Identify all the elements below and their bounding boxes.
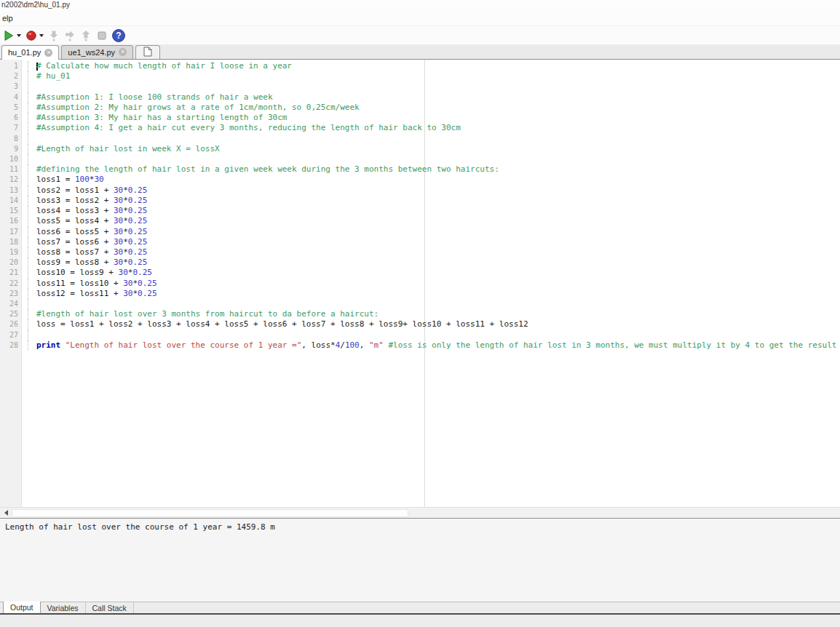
close-icon[interactable]: ×	[44, 49, 52, 57]
arrow-right-icon	[64, 30, 76, 41]
code-line[interactable]: 9#Length of hair lost in week X = lossX	[0, 144, 840, 154]
code-text: #Assumption 1: I loose 100 strands of ha…	[28, 92, 273, 103]
code-line[interactable]: 6#Assumption 3: My hair has a starting l…	[0, 113, 840, 123]
menu-help[interactable]: elp	[0, 10, 15, 25]
status-bar	[0, 615, 840, 627]
code-text	[28, 154, 36, 164]
line-number: 3	[0, 81, 22, 92]
code-text: #Assumption 2: My hair grows at a rate o…	[28, 103, 360, 113]
line-number: 25	[0, 309, 22, 319]
arrow-down-icon	[48, 30, 60, 41]
code-text: loss6 = loss5 + 30*0.25	[28, 227, 147, 237]
output-line: Length of hair lost over the course of 1…	[5, 522, 840, 532]
bottom-tab-variables[interactable]: Variables	[41, 602, 86, 613]
line-number: 10	[0, 154, 22, 164]
menu-bar: elp	[0, 10, 840, 26]
code-line[interactable]: 13loss2 = loss1 + 30*0.25	[0, 185, 840, 196]
dropdown-caret-icon[interactable]	[17, 34, 21, 37]
code-text: loss12 = loss11 + 30*0.25	[28, 289, 157, 299]
code-lines: 1# Calculate how much length of hair I l…	[0, 60, 840, 351]
code-line[interactable]: 15loss4 = loss3 + 30*0.25	[0, 206, 840, 216]
line-number: 7	[0, 123, 22, 133]
line-number: 22	[0, 279, 22, 289]
run-button[interactable]	[1, 28, 23, 44]
record-icon	[25, 30, 37, 41]
code-line[interactable]: 21loss10 = loss9 + 30*0.25	[0, 268, 840, 278]
file-tab-ue1_ws24-py[interactable]: ue1_ws24.py×	[61, 45, 133, 59]
line-number: 24	[0, 299, 22, 309]
code-line[interactable]: 23loss12 = loss11 + 30*0.25	[0, 289, 840, 299]
code-line[interactable]: 11#defining the length of hair lost in a…	[0, 164, 840, 175]
code-text: #Length of hair lost in week X = lossX	[28, 144, 220, 154]
code-line[interactable]: 20loss9 = loss8 + 30*0.25	[0, 257, 840, 268]
code-text: loss5 = loss4 + 30*0.25	[28, 216, 147, 226]
horizontal-scrollbar[interactable]	[0, 507, 840, 518]
code-text	[28, 330, 36, 340]
close-icon[interactable]: ×	[119, 48, 127, 56]
code-text: loss = loss1 + loss2 + loss3 + loss4 + l…	[28, 319, 528, 330]
code-line[interactable]: 1# Calculate how much length of hair I l…	[0, 61, 840, 71]
output-panel: Length of hair lost over the course of 1…	[0, 518, 840, 602]
help-button[interactable]: ?	[111, 28, 127, 44]
line-number: 1	[0, 61, 22, 71]
code-text: loss4 = loss3 + 30*0.25	[28, 206, 147, 216]
line-number: 21	[0, 268, 22, 278]
line-number: 17	[0, 227, 22, 237]
toolbar: ?	[0, 26, 840, 45]
line-number: 6	[0, 113, 22, 123]
window-title: n2002\dm2\hu_01.py	[0, 0, 840, 10]
dropdown-caret-icon[interactable]	[39, 34, 44, 37]
scroll-left-arrow-icon[interactable]	[0, 508, 12, 518]
line-number: 2	[0, 71, 22, 81]
code-text: # hu_01	[28, 71, 70, 81]
code-line[interactable]: 8	[0, 134, 840, 144]
editor-tabstrip: hu_01.py×ue1_ws24.py×	[0, 45, 840, 60]
code-line[interactable]: 4#Assumption 1: I loose 100 strands of h…	[0, 92, 840, 103]
bottom-tab-call-stack[interactable]: Call Stack	[86, 602, 134, 613]
code-line[interactable]: 5#Assumption 2: My hair grows at a rate …	[0, 103, 840, 113]
code-line[interactable]: 24	[0, 299, 840, 309]
line-number: 9	[0, 144, 22, 154]
code-text: #defining the length of hair lost in a g…	[28, 164, 499, 175]
file-tab-hu_01-py[interactable]: hu_01.py×	[1, 45, 59, 60]
code-line[interactable]: 27	[0, 330, 840, 340]
code-line[interactable]: 12loss1 = 100*30	[0, 175, 840, 185]
code-line[interactable]: 19loss8 = loss7 + 30*0.25	[0, 247, 840, 257]
code-line[interactable]: 10	[0, 154, 840, 164]
code-text: print "Length of hair lost over the cour…	[28, 340, 836, 351]
play-icon	[3, 30, 15, 41]
code-text: loss10 = loss9 + 30*0.25	[28, 268, 152, 278]
line-number: 13	[0, 185, 22, 196]
code-text: # Calculate how much length of hair I lo…	[28, 61, 292, 71]
code-line[interactable]: 18loss7 = loss6 + 30*0.25	[0, 237, 840, 247]
code-text: loss1 = 100*30	[28, 175, 104, 185]
line-number: 28	[0, 340, 22, 351]
line-number: 18	[0, 237, 22, 247]
code-text	[28, 299, 36, 309]
line-number: 16	[0, 216, 22, 226]
code-text	[28, 134, 36, 144]
code-line[interactable]: 7#Assumption 4: I get a hair cut every 3…	[0, 123, 840, 133]
code-line[interactable]: 22loss11 = loss10 + 30*0.25	[0, 279, 840, 289]
code-line[interactable]: 14loss3 = loss2 + 30*0.25	[0, 196, 840, 206]
code-line[interactable]: 16loss5 = loss4 + 30*0.25	[0, 216, 840, 226]
debug-button[interactable]	[24, 28, 45, 44]
code-line[interactable]: 2# hu_01	[0, 71, 840, 81]
line-number: 5	[0, 103, 22, 113]
code-line[interactable]: 25#length of hair lost over 3 months fro…	[0, 309, 840, 319]
code-line[interactable]: 17loss6 = loss5 + 30*0.25	[0, 227, 840, 237]
bottom-tabstrip: OutputVariablesCall Stack	[0, 602, 840, 613]
new-file-tab[interactable]	[135, 45, 160, 59]
line-number: 8	[0, 134, 22, 144]
line-number: 11	[0, 164, 22, 175]
code-line[interactable]: 26loss = loss1 + loss2 + loss3 + loss4 +…	[0, 319, 840, 330]
scrollbar-thumb[interactable]	[12, 509, 408, 517]
code-line[interactable]: 3	[0, 81, 840, 92]
line-number: 23	[0, 289, 22, 299]
tab-label: hu_01.py	[8, 48, 41, 57]
code-line[interactable]: 28print "Length of hair lost over the co…	[0, 340, 840, 351]
step-out-button	[79, 28, 93, 44]
bottom-tab-output[interactable]: Output	[3, 602, 41, 613]
code-editor[interactable]: 1# Calculate how much length of hair I l…	[0, 60, 840, 507]
stop-button	[95, 28, 109, 44]
